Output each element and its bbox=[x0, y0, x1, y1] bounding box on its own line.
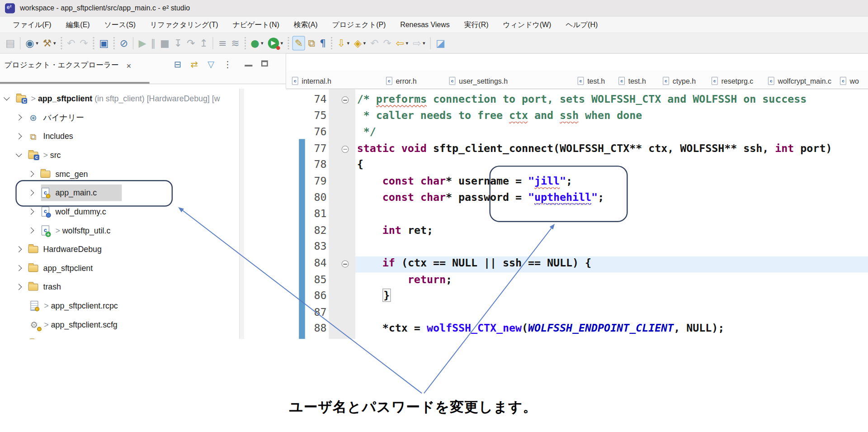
pause-icon[interactable]: ∥ bbox=[149, 36, 157, 51]
folder-icon bbox=[28, 262, 38, 273]
last-edit-location-icon[interactable]: ◈▾ bbox=[352, 36, 368, 51]
menu-item-7[interactable]: Renesas Views bbox=[393, 18, 457, 31]
stop-icon[interactable]: ■ bbox=[158, 36, 171, 51]
run-icon[interactable]: ▶▾ bbox=[266, 36, 285, 51]
editor-tab-ctype-h[interactable]: cctype.h bbox=[662, 72, 696, 89]
tree-item-label: > app_sftpclient.scfg bbox=[44, 320, 117, 329]
menu-item-10[interactable]: ヘルプ(H) bbox=[558, 18, 605, 32]
chevron-right-icon[interactable] bbox=[16, 246, 22, 252]
tree-item[interactable]: > app_sftpclient.rcpc bbox=[0, 297, 238, 314]
app-icon bbox=[5, 3, 15, 13]
step-over-icon[interactable]: ↷ bbox=[185, 36, 197, 51]
editor-tab-user_settings-h[interactable]: cuser_settings.h bbox=[448, 72, 508, 89]
next-annotation-icon[interactable]: ⇩▾ bbox=[335, 36, 351, 51]
code-line-78: { bbox=[357, 158, 363, 170]
menu-item-3[interactable]: リファクタリング(T) bbox=[143, 18, 226, 32]
chevron-right-icon[interactable] bbox=[16, 133, 22, 139]
c-file-icon: c bbox=[449, 77, 456, 85]
build-icon[interactable]: ⚒▾ bbox=[41, 36, 57, 51]
chevron-right-icon[interactable] bbox=[28, 209, 34, 215]
menu-item-8[interactable]: 実行(R) bbox=[457, 18, 496, 32]
back-icon[interactable]: ⇦▾ bbox=[394, 36, 410, 51]
e2-studio-window: workspace - app_sftpclient/src/app_main.… bbox=[0, 0, 868, 432]
menu-item-4[interactable]: ナビゲート(N) bbox=[226, 18, 287, 32]
menu-item-9[interactable]: ウィンドウ(W) bbox=[495, 18, 558, 32]
c-file-plus-icon: c+ bbox=[40, 225, 51, 236]
editor-tab-wolfcrypt_main-c[interactable]: cwolfcrypt_main.c bbox=[767, 72, 831, 89]
active-tab-underline bbox=[0, 82, 150, 84]
toolbar-separator bbox=[213, 37, 213, 49]
maximize-icon[interactable] bbox=[261, 60, 268, 66]
editor-tab-resetprg-c[interactable]: cresetprg.c bbox=[711, 72, 753, 89]
chevron-right-icon[interactable] bbox=[16, 284, 22, 290]
fold-collapse-icon[interactable] bbox=[342, 261, 349, 268]
tree-item[interactable] bbox=[0, 335, 238, 339]
menu-item-1[interactable]: 編集(E) bbox=[59, 18, 97, 32]
undo-icon[interactable]: ↶ bbox=[65, 36, 77, 51]
tree-item[interactable]: C> app_sftpclient (in sftp_client) [Hard… bbox=[0, 90, 238, 107]
tree-item[interactable]: trash bbox=[0, 278, 238, 296]
forward-icon[interactable]: ⇨▾ bbox=[411, 36, 427, 51]
tree-item[interactable]: c+> wolfsftp_util.c bbox=[0, 222, 238, 239]
editor-tab-test-h[interactable]: ctest.h bbox=[577, 72, 605, 89]
project-tree: C> app_sftpclient (in sftp_client) [Hard… bbox=[0, 89, 238, 339]
forward-history-icon[interactable]: ↷ bbox=[381, 36, 393, 51]
search-icon[interactable]: ⊘ bbox=[118, 36, 130, 51]
editor-tab-label: internal.h bbox=[302, 77, 331, 85]
link-editor-icon[interactable]: ⇄ bbox=[186, 59, 203, 70]
breakpoint-types-icon[interactable]: ≋ bbox=[230, 36, 241, 51]
fold-collapse-icon[interactable] bbox=[342, 96, 349, 104]
resume-icon[interactable]: ▶ bbox=[137, 36, 148, 51]
chevron-down-icon[interactable] bbox=[16, 151, 22, 157]
tree-item-label: trash bbox=[43, 282, 61, 291]
chevron-right-icon[interactable] bbox=[16, 265, 22, 271]
step-return-icon[interactable]: ↥ bbox=[198, 36, 209, 51]
fold-collapse-icon[interactable] bbox=[342, 146, 349, 153]
chevron-right-icon[interactable] bbox=[28, 227, 34, 233]
toolbar-separator bbox=[288, 37, 290, 49]
close-icon[interactable]: × bbox=[127, 61, 132, 70]
chevron-right-icon[interactable] bbox=[16, 114, 22, 121]
tree-item[interactable]: ⊛バイナリー bbox=[0, 109, 238, 126]
debug-icon[interactable]: ●▾ bbox=[249, 36, 265, 51]
menu-item-2[interactable]: ソース(S) bbox=[97, 18, 143, 32]
code-line-86: } bbox=[357, 289, 391, 301]
toolbar-separator bbox=[60, 37, 62, 49]
menu-item-0[interactable]: ファイル(F) bbox=[5, 18, 58, 32]
editor-range-indicator bbox=[299, 139, 305, 339]
pin-editor-icon[interactable]: ◪ bbox=[434, 36, 447, 51]
menu-item-6[interactable]: プロジェクト(P) bbox=[325, 18, 393, 32]
editor-tab-error-h[interactable]: cerror.h bbox=[385, 72, 416, 89]
minimize-icon[interactable] bbox=[245, 65, 252, 66]
show-whitespace-icon[interactable]: ¶ bbox=[318, 36, 327, 51]
tab-project-explorer[interactable]: プロジェクト・エクスプローラー × bbox=[5, 60, 131, 70]
line-number: 75 bbox=[306, 109, 327, 121]
snippets-icon[interactable]: ⧉ bbox=[307, 36, 317, 51]
instruction-stepping-icon[interactable]: ≡ bbox=[217, 36, 228, 51]
console-icon[interactable]: ▣ bbox=[98, 36, 110, 51]
c-folder-icon: c bbox=[28, 150, 38, 161]
filter-icon[interactable]: ▽ bbox=[203, 59, 219, 70]
view-menu-icon[interactable]: ⋮ bbox=[219, 59, 236, 70]
chevron-right-icon[interactable] bbox=[28, 171, 34, 177]
tree-item[interactable]: ⧉Includes bbox=[0, 128, 238, 145]
editor-tab-wo[interactable]: cwo bbox=[839, 72, 859, 89]
collapse-all-icon[interactable]: ⊟ bbox=[170, 59, 186, 70]
annotation-caption: ユーザ名とパスワードを変更します。 bbox=[289, 398, 537, 416]
tree-item[interactable]: ⚙> app_sftpclient.scfg bbox=[0, 316, 238, 333]
back-history-icon[interactable]: ↶ bbox=[368, 36, 380, 51]
redo-icon[interactable]: ↷ bbox=[78, 36, 90, 51]
editor-tab-test-h[interactable]: ctest.h bbox=[618, 72, 646, 89]
chevron-down-icon[interactable] bbox=[4, 95, 10, 101]
tree-item[interactable]: app_sftpclient bbox=[0, 259, 238, 277]
menu-item-5[interactable]: 検索(A) bbox=[287, 18, 325, 32]
step-into-icon[interactable]: ↧ bbox=[172, 36, 184, 51]
highlighter-icon[interactable]: ✎ bbox=[292, 36, 305, 51]
explorer-scrollbar[interactable] bbox=[239, 89, 244, 339]
save-icon[interactable]: ▤ bbox=[4, 36, 17, 51]
tree-item[interactable]: HardwareDebug bbox=[0, 240, 238, 258]
toolbar-separator bbox=[20, 37, 20, 49]
tree-item[interactable]: c> src bbox=[0, 146, 238, 164]
debug-hardware-icon[interactable]: ◉▾ bbox=[24, 36, 40, 51]
editor-tab-internal-h[interactable]: cinternal.h bbox=[291, 72, 331, 89]
